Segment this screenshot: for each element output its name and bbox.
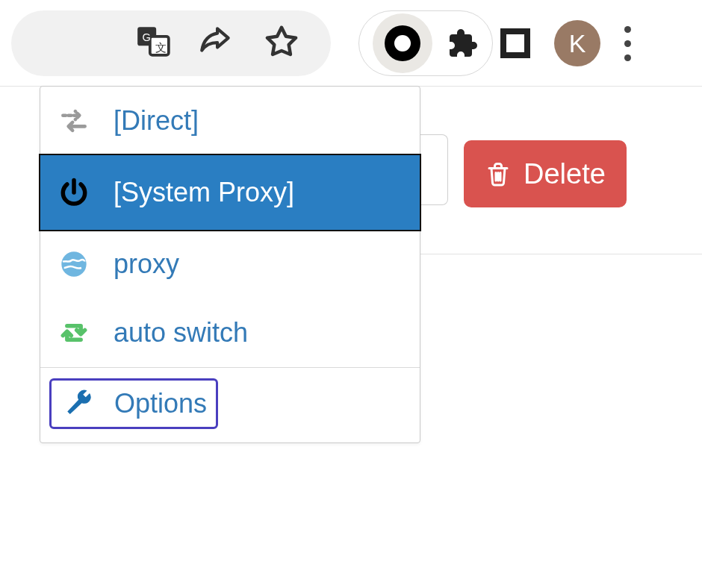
delete-button[interactable]: Delete [464,140,627,207]
menu-item-label: Options [114,388,207,419]
switchyomega-ring-icon [385,25,420,61]
delete-button-label: Delete [524,158,606,190]
page-section-divider [420,254,702,254]
extensions-pill [358,10,493,76]
bookmark-star-icon[interactable] [261,22,302,63]
menu-item-label: proxy [114,248,179,280]
menu-item-direct[interactable]: [Direct] [40,87,420,155]
toolbar-left-icons: G 文 [0,0,331,90]
extensions-puzzle-icon[interactable] [444,25,479,61]
active-extension-button[interactable] [373,13,432,73]
browser-menu-button[interactable] [624,26,631,61]
arrows-swap-icon [55,104,93,137]
profile-avatar[interactable]: K [554,20,600,66]
options-highlight-box: Options [49,378,218,429]
wrench-icon [60,388,98,419]
menu-item-auto-switch[interactable]: auto switch [40,298,420,367]
browser-toolbar: G 文 K [0,0,702,90]
toolbar-right-icons: K [500,10,631,76]
share-icon[interactable] [197,22,234,60]
menu-item-proxy[interactable]: proxy [40,230,420,298]
menu-divider [40,367,420,368]
globe-icon [55,249,93,279]
retweet-icon [55,316,93,349]
tab-overview-icon[interactable] [500,28,530,58]
avatar-initial: K [569,29,586,58]
extension-popup: [Direct] [System Proxy] proxy au [40,86,420,443]
svg-text:文: 文 [155,42,167,54]
power-icon [55,176,93,209]
menu-item-system-proxy[interactable]: [System Proxy] [40,155,420,230]
menu-item-label: auto switch [114,317,248,348]
svg-point-4 [61,251,86,276]
translate-icon[interactable]: G 文 [134,22,172,60]
svg-text:G: G [142,31,150,43]
menu-item-label: [System Proxy] [114,177,294,208]
menu-item-label: [Direct] [114,105,199,137]
trash-icon [485,160,512,187]
menu-item-options[interactable]: Options [58,384,210,424]
